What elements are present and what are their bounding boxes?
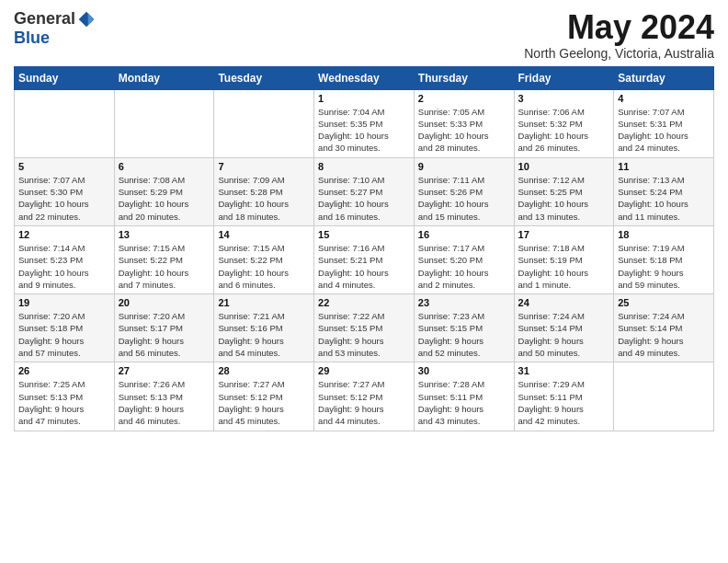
calendar-cell: 12Sunrise: 7:14 AMSunset: 5:23 PMDayligh…	[15, 225, 115, 293]
calendar-cell: 5Sunrise: 7:07 AMSunset: 5:30 PMDaylight…	[15, 157, 115, 225]
weekday-header-friday: Friday	[514, 66, 614, 89]
day-info: Sunrise: 7:18 AMSunset: 5:19 PMDaylight:…	[518, 242, 610, 291]
calendar-cell	[614, 362, 714, 431]
day-number: 8	[318, 161, 410, 172]
calendar-cell: 11Sunrise: 7:13 AMSunset: 5:24 PMDayligh…	[614, 157, 714, 225]
calendar-cell: 20Sunrise: 7:20 AMSunset: 5:17 PMDayligh…	[114, 294, 214, 362]
logo-text: General	[14, 9, 96, 29]
calendar-cell: 13Sunrise: 7:15 AMSunset: 5:22 PMDayligh…	[114, 225, 214, 293]
day-number: 31	[518, 365, 610, 376]
day-info: Sunrise: 7:10 AMSunset: 5:27 PMDaylight:…	[318, 174, 410, 223]
month-title: May 2024	[524, 9, 714, 46]
day-number: 22	[318, 297, 410, 308]
week-row-3: 12Sunrise: 7:14 AMSunset: 5:23 PMDayligh…	[15, 225, 714, 293]
day-number: 16	[418, 229, 510, 240]
calendar-cell: 7Sunrise: 7:09 AMSunset: 5:28 PMDaylight…	[214, 157, 314, 225]
day-number: 11	[618, 161, 710, 172]
day-number: 27	[119, 365, 210, 376]
day-number: 26	[18, 365, 110, 376]
day-info: Sunrise: 7:19 AMSunset: 5:18 PMDaylight:…	[618, 242, 710, 291]
day-number: 28	[218, 365, 310, 376]
week-row-5: 26Sunrise: 7:25 AMSunset: 5:13 PMDayligh…	[15, 362, 714, 431]
weekday-header-sunday: Sunday	[15, 66, 115, 89]
day-info: Sunrise: 7:27 AMSunset: 5:12 PMDaylight:…	[218, 378, 310, 427]
day-number: 5	[18, 161, 110, 172]
day-number: 14	[218, 229, 310, 240]
day-info: Sunrise: 7:25 AMSunset: 5:13 PMDaylight:…	[18, 378, 110, 427]
day-info: Sunrise: 7:13 AMSunset: 5:24 PMDaylight:…	[618, 174, 710, 223]
weekday-header-tuesday: Tuesday	[214, 66, 314, 89]
week-row-2: 5Sunrise: 7:07 AMSunset: 5:30 PMDaylight…	[15, 157, 714, 225]
calendar-cell: 29Sunrise: 7:27 AMSunset: 5:12 PMDayligh…	[314, 362, 415, 431]
calendar-cell: 24Sunrise: 7:24 AMSunset: 5:14 PMDayligh…	[514, 294, 614, 362]
day-number: 2	[418, 93, 510, 104]
day-info: Sunrise: 7:21 AMSunset: 5:16 PMDaylight:…	[218, 310, 310, 359]
calendar-cell	[15, 89, 115, 157]
day-number: 25	[618, 297, 710, 308]
day-number: 20	[119, 297, 210, 308]
header: General Blue May 2024 North Geelong, Vic…	[14, 9, 714, 61]
day-number: 17	[518, 229, 610, 240]
weekday-header-row: SundayMondayTuesdayWednesdayThursdayFrid…	[15, 66, 714, 89]
calendar-cell: 23Sunrise: 7:23 AMSunset: 5:15 PMDayligh…	[414, 294, 514, 362]
day-number: 15	[318, 229, 410, 240]
day-info: Sunrise: 7:11 AMSunset: 5:26 PMDaylight:…	[418, 174, 510, 223]
day-info: Sunrise: 7:14 AMSunset: 5:23 PMDaylight:…	[18, 242, 110, 291]
day-number: 4	[618, 93, 710, 104]
day-info: Sunrise: 7:16 AMSunset: 5:21 PMDaylight:…	[318, 242, 410, 291]
day-number: 21	[218, 297, 310, 308]
calendar-cell: 8Sunrise: 7:10 AMSunset: 5:27 PMDaylight…	[314, 157, 415, 225]
weekday-header-saturday: Saturday	[614, 66, 714, 89]
calendar-cell: 17Sunrise: 7:18 AMSunset: 5:19 PMDayligh…	[514, 225, 614, 293]
day-info: Sunrise: 7:24 AMSunset: 5:14 PMDaylight:…	[618, 310, 710, 359]
logo: General Blue	[14, 9, 96, 48]
calendar: SundayMondayTuesdayWednesdayThursdayFrid…	[14, 66, 714, 431]
calendar-cell: 6Sunrise: 7:08 AMSunset: 5:29 PMDaylight…	[114, 157, 214, 225]
calendar-cell: 2Sunrise: 7:05 AMSunset: 5:33 PMDaylight…	[414, 89, 514, 157]
day-info: Sunrise: 7:05 AMSunset: 5:33 PMDaylight:…	[418, 106, 510, 155]
logo-general-text: General	[14, 9, 75, 29]
day-info: Sunrise: 7:24 AMSunset: 5:14 PMDaylight:…	[518, 310, 610, 359]
location: North Geelong, Victoria, Australia	[524, 46, 714, 61]
week-row-1: 1Sunrise: 7:04 AMSunset: 5:35 PMDaylight…	[15, 89, 714, 157]
title-block: May 2024 North Geelong, Victoria, Austra…	[524, 9, 714, 61]
day-number: 9	[418, 161, 510, 172]
day-number: 29	[318, 365, 410, 376]
day-info: Sunrise: 7:06 AMSunset: 5:32 PMDaylight:…	[518, 106, 610, 155]
calendar-cell: 4Sunrise: 7:07 AMSunset: 5:31 PMDaylight…	[614, 89, 714, 157]
day-info: Sunrise: 7:17 AMSunset: 5:20 PMDaylight:…	[418, 242, 510, 291]
day-info: Sunrise: 7:28 AMSunset: 5:11 PMDaylight:…	[418, 378, 510, 427]
week-row-4: 19Sunrise: 7:20 AMSunset: 5:18 PMDayligh…	[15, 294, 714, 362]
day-info: Sunrise: 7:12 AMSunset: 5:25 PMDaylight:…	[518, 174, 610, 223]
calendar-cell: 9Sunrise: 7:11 AMSunset: 5:26 PMDaylight…	[414, 157, 514, 225]
calendar-cell: 18Sunrise: 7:19 AMSunset: 5:18 PMDayligh…	[614, 225, 714, 293]
calendar-cell: 28Sunrise: 7:27 AMSunset: 5:12 PMDayligh…	[214, 362, 314, 431]
day-info: Sunrise: 7:20 AMSunset: 5:17 PMDaylight:…	[119, 310, 210, 359]
calendar-cell: 19Sunrise: 7:20 AMSunset: 5:18 PMDayligh…	[15, 294, 115, 362]
day-info: Sunrise: 7:08 AMSunset: 5:29 PMDaylight:…	[119, 174, 210, 223]
day-info: Sunrise: 7:15 AMSunset: 5:22 PMDaylight:…	[119, 242, 210, 291]
calendar-cell: 15Sunrise: 7:16 AMSunset: 5:21 PMDayligh…	[314, 225, 415, 293]
calendar-cell: 26Sunrise: 7:25 AMSunset: 5:13 PMDayligh…	[15, 362, 115, 431]
calendar-cell: 31Sunrise: 7:29 AMSunset: 5:11 PMDayligh…	[514, 362, 614, 431]
calendar-cell: 22Sunrise: 7:22 AMSunset: 5:15 PMDayligh…	[314, 294, 415, 362]
day-number: 18	[618, 229, 710, 240]
calendar-cell: 14Sunrise: 7:15 AMSunset: 5:22 PMDayligh…	[214, 225, 314, 293]
weekday-header-wednesday: Wednesday	[314, 66, 415, 89]
logo-blue-text: Blue	[14, 29, 50, 48]
weekday-header-thursday: Thursday	[414, 66, 514, 89]
day-info: Sunrise: 7:20 AMSunset: 5:18 PMDaylight:…	[18, 310, 110, 359]
calendar-cell	[114, 89, 214, 157]
day-number: 7	[218, 161, 310, 172]
day-number: 30	[418, 365, 510, 376]
day-number: 3	[518, 93, 610, 104]
day-number: 24	[518, 297, 610, 308]
day-info: Sunrise: 7:15 AMSunset: 5:22 PMDaylight:…	[218, 242, 310, 291]
day-number: 12	[18, 229, 110, 240]
logo-icon	[77, 10, 96, 29]
calendar-cell: 30Sunrise: 7:28 AMSunset: 5:11 PMDayligh…	[414, 362, 514, 431]
day-info: Sunrise: 7:22 AMSunset: 5:15 PMDaylight:…	[318, 310, 410, 359]
calendar-cell: 25Sunrise: 7:24 AMSunset: 5:14 PMDayligh…	[614, 294, 714, 362]
day-number: 1	[318, 93, 410, 104]
weekday-header-monday: Monday	[114, 66, 214, 89]
